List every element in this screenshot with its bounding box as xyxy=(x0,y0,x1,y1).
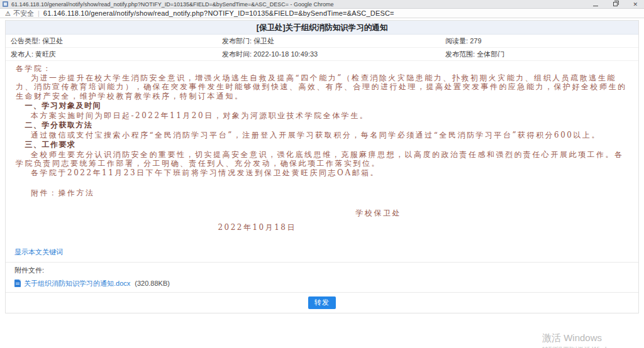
address-separator: | xyxy=(38,9,40,17)
window-controls: ✕ xyxy=(593,0,638,9)
keywords-row: 显示本文关键词 xyxy=(6,246,638,262)
meta-read-count: 阅读量:279 xyxy=(440,36,638,46)
windows-activation-watermark: 激活 Windows 转到“设置”以激活 Windows。 xyxy=(542,332,624,348)
meta-value: 黄旺庆 xyxy=(35,50,56,58)
body-paragraph: 通过微信或支付宝搜索小程序“全民消防学习平台”，注册登入开展学习获取积分，每名同… xyxy=(16,131,628,140)
address-bar[interactable]: ⚠ 不安全 | 61.146.118.10/general/notify/sho… xyxy=(0,9,644,18)
body-heading: 二、学分获取方法 xyxy=(16,121,628,130)
meta-publisher: 发布人:黄旺庆 xyxy=(6,50,217,59)
meta-value: 保卫处 xyxy=(253,37,274,45)
security-warning-icon: ⚠ xyxy=(5,9,11,18)
meta-row-1: 公告类型:保卫处 发布部门:保卫处 阅读量:279 xyxy=(6,35,638,48)
meta-notice-type: 公告类型:保卫处 xyxy=(6,36,217,46)
meta-publish-dept: 发布部门:保卫处 xyxy=(217,36,440,46)
meta-value: 2022-10-18 10:49:33 xyxy=(253,50,318,58)
meta-label: 阅读量: xyxy=(445,37,468,45)
page-content: [保卫处]关于组织消防知识学习的通知 公告类型:保卫处 发布部门:保卫处 阅读量… xyxy=(0,18,644,347)
meta-label: 发布部门: xyxy=(222,37,252,45)
security-label[interactable]: 不安全 xyxy=(13,9,34,18)
button-row: 转发 xyxy=(6,292,638,313)
attachment-link[interactable]: 关于组织消防知识学习的通知.docx xyxy=(24,279,130,288)
meta-label: 公告类型: xyxy=(11,37,40,45)
signature-name: 学校保卫处 xyxy=(356,208,628,219)
restore-icon xyxy=(613,2,618,6)
url-text[interactable]: 61.146.118.10/general/notify/show/read_n… xyxy=(43,9,394,17)
meta-value: 279 xyxy=(470,37,481,45)
site-favicon xyxy=(3,1,8,7)
meta-row-2: 发布人:黄旺庆 发布时间:2022-10-18 10:49:33 发布范围:全体… xyxy=(6,48,638,61)
body-paragraph: 附件：操作方法 xyxy=(16,188,628,198)
meta-label: 发布范围: xyxy=(445,50,475,58)
forward-button[interactable]: 转发 xyxy=(308,296,336,309)
attachments-section: 附件文件: 关于组织消防知识学习的通知.docx (320.88KB) xyxy=(6,262,638,292)
meta-label: 发布人: xyxy=(11,50,33,58)
body-heading: 一、学习对象及时间 xyxy=(16,101,628,111)
watermark-subtitle: 转到“设置”以激活 Windows。 xyxy=(542,345,624,348)
screen: { "browser": { "window_title": "61.146.1… xyxy=(0,0,644,348)
close-button[interactable]: ✕ xyxy=(633,0,638,9)
signature-date: 2022年10月18日 xyxy=(218,222,628,233)
notice-box: [保卫处]关于组织消防知识学习的通知 公告类型:保卫处 发布部门:保卫处 阅读量… xyxy=(5,20,639,313)
attachment-item: 关于组织消防知识学习的通知.docx (320.88KB) xyxy=(14,279,630,288)
signature-block: 学校保卫处 2022年10月18日 xyxy=(6,208,638,233)
window-title: 61.146.118.10/general/notify/show/read_n… xyxy=(11,1,334,8)
body-paragraph: 各学院： xyxy=(16,64,628,73)
meta-publish-scope: 发布范围:全体部门 xyxy=(440,50,638,59)
body-paragraph: 全校师生要充分认识消防安全的重要性，切实提高安全意识，强化底线思维，克服麻痹思想… xyxy=(16,150,628,168)
watermark-title: 激活 Windows xyxy=(542,332,624,344)
body-heading: 三、工作要求 xyxy=(16,140,628,150)
attachments-label: 附件文件: xyxy=(14,266,630,275)
document-file-icon xyxy=(14,280,21,287)
minimize-icon xyxy=(593,3,598,6)
notice-title: [保卫处]关于组织消防知识学习的通知 xyxy=(6,21,638,35)
window-titlebar: 61.146.118.10/general/notify/show/read_n… xyxy=(0,0,644,9)
attachment-size: (320.88KB) xyxy=(135,280,170,287)
body-paragraph: 各学院于2022年11月23日下午下班前将学习情况发送到保卫处黄旺庆同志OA邮箱… xyxy=(16,168,628,178)
notice-body: 各学院：为进一步提升在校大学生消防安全意识，增强火场逃生自救及提高“四个能力”（… xyxy=(6,61,638,198)
meta-label: 发布时间: xyxy=(222,50,252,58)
show-keywords-link[interactable]: 显示本文关键词 xyxy=(14,248,63,256)
meta-value: 全体部门 xyxy=(477,50,504,58)
restore-button[interactable] xyxy=(613,0,618,9)
minimize-button[interactable] xyxy=(593,0,598,9)
meta-publish-time: 发布时间:2022-10-18 10:49:33 xyxy=(217,50,440,59)
meta-value: 保卫处 xyxy=(42,37,63,45)
body-paragraph: 为进一步提升在校大学生消防安全意识，增强火场逃生自救及提高“四个能力”（检查消除… xyxy=(16,73,628,101)
body-paragraph: 本方案实施时间为即日起-2022年11月20日，对象为河源职业技术学院全体学生。 xyxy=(16,111,628,121)
